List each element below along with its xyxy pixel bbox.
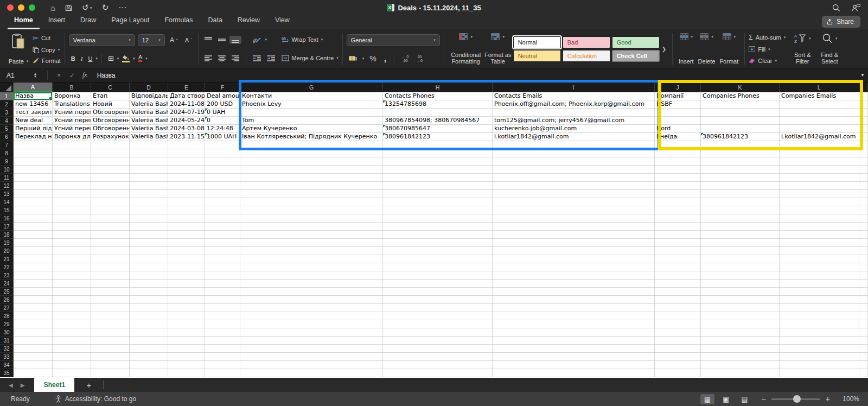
cell-L24[interactable]	[780, 280, 859, 288]
cell-A3[interactable]: тест закриття	[14, 109, 53, 117]
cell-B31[interactable]	[53, 337, 91, 345]
cell-C16[interactable]	[91, 214, 130, 223]
cell-A34[interactable]	[14, 361, 53, 369]
cell-G9[interactable]	[240, 157, 383, 166]
cell-A17[interactable]	[14, 223, 53, 231]
row-header-9[interactable]: 9	[0, 157, 14, 166]
cell-C23[interactable]	[91, 271, 130, 280]
cell-C17[interactable]	[91, 223, 130, 231]
cell-H14[interactable]	[383, 198, 493, 206]
save-icon[interactable]	[65, 4, 72, 11]
cell-K31[interactable]	[701, 337, 780, 345]
cell-G35[interactable]	[240, 369, 383, 377]
row-header-13[interactable]: 13	[0, 190, 14, 198]
cell-K5[interactable]	[701, 125, 780, 133]
cell-C35[interactable]	[91, 369, 130, 377]
cell-I25[interactable]	[493, 288, 655, 296]
cell-K23[interactable]	[701, 271, 780, 280]
cell-I27[interactable]	[493, 304, 655, 312]
row-header-12[interactable]: 12	[0, 182, 14, 190]
column-header-A[interactable]: A	[14, 83, 53, 92]
cell-L25[interactable]	[780, 288, 859, 296]
row-header-27[interactable]: 27	[0, 304, 14, 312]
cell-H4[interactable]: 380967854098; 380670984567	[383, 117, 493, 125]
cell-E33[interactable]	[168, 353, 205, 361]
cell-J10[interactable]	[655, 166, 701, 174]
cell-A10[interactable]	[14, 166, 53, 174]
cell-I30[interactable]	[493, 328, 655, 337]
cell-E26[interactable]	[168, 296, 205, 304]
cell-D35[interactable]	[130, 369, 168, 377]
cell-I14[interactable]	[493, 198, 655, 206]
cell-G22[interactable]	[240, 263, 383, 271]
cell-F12[interactable]	[205, 182, 240, 190]
cell-A26[interactable]	[14, 296, 53, 304]
maximize-window-button[interactable]	[29, 4, 35, 11]
cell-E17[interactable]	[168, 223, 205, 231]
cell-L26[interactable]	[780, 296, 859, 304]
cell-J6[interactable]: Енеїда	[655, 133, 701, 141]
cell-I12[interactable]	[493, 182, 655, 190]
cell-K26[interactable]	[701, 296, 780, 304]
expand-formula-bar-icon[interactable]: ▼	[860, 73, 865, 78]
cell-I28[interactable]	[493, 312, 655, 320]
cell-D20[interactable]	[130, 247, 168, 255]
cell-L27[interactable]	[780, 304, 859, 312]
align-left-button[interactable]	[202, 54, 214, 62]
search-icon[interactable]	[832, 4, 840, 12]
name-box[interactable]: A1	[0, 72, 34, 79]
cell-G33[interactable]	[240, 353, 383, 361]
cell-K3[interactable]	[701, 109, 780, 117]
cell-D24[interactable]	[130, 280, 168, 288]
style-check-cell[interactable]: Check Cell	[612, 50, 660, 62]
increase-decimal-button[interactable]: ←.0.00	[400, 54, 411, 64]
cell-D23[interactable]	[130, 271, 168, 280]
cell-D4[interactable]: Valeriia Bash	[130, 117, 168, 125]
cell-J27[interactable]	[655, 304, 701, 312]
cell-C5[interactable]: Обговорення	[91, 125, 130, 133]
cell-L8[interactable]	[780, 149, 859, 157]
cell-H22[interactable]	[383, 263, 493, 271]
cell-B11[interactable]	[53, 174, 91, 182]
cell-I24[interactable]	[493, 280, 655, 288]
cell-K7[interactable]	[701, 141, 780, 149]
cell-K18[interactable]	[701, 231, 780, 239]
cell-C28[interactable]	[91, 312, 130, 320]
cell-B21[interactable]	[53, 255, 91, 263]
cell-B17[interactable]	[53, 223, 91, 231]
cell-B5[interactable]: Усний переклад	[53, 125, 91, 133]
cell-F28[interactable]	[205, 312, 240, 320]
cell-D18[interactable]	[130, 231, 168, 239]
cell-J4[interactable]	[655, 117, 701, 125]
cell-H35[interactable]	[383, 369, 493, 377]
cell-F3[interactable]: 0 UAH	[205, 109, 240, 117]
cell-I26[interactable]	[493, 296, 655, 304]
row-header-6[interactable]: 6	[0, 133, 14, 141]
cell-D11[interactable]	[130, 174, 168, 182]
cell-J20[interactable]	[655, 247, 701, 255]
cell-G1[interactable]: Контакти	[240, 92, 383, 100]
column-header-C[interactable]: C	[91, 83, 130, 92]
tab-insert[interactable]: Insert	[42, 14, 72, 29]
cell-I29[interactable]	[493, 320, 655, 328]
style-good[interactable]: Good	[612, 36, 660, 48]
cell-E1[interactable]: Дата створення	[168, 92, 205, 100]
close-window-button[interactable]	[7, 4, 14, 11]
cell-H32[interactable]	[383, 345, 493, 353]
cell-E7[interactable]	[168, 141, 205, 149]
cell-J30[interactable]	[655, 328, 701, 337]
row-header-16[interactable]: 16	[0, 214, 14, 223]
cell-D16[interactable]	[130, 214, 168, 223]
cell-C2[interactable]: Новий	[91, 100, 130, 109]
cell-F27[interactable]	[205, 304, 240, 312]
zoom-out-button[interactable]: −	[762, 395, 766, 403]
cell-J24[interactable]	[655, 280, 701, 288]
cell-H21[interactable]	[383, 255, 493, 263]
style-bad[interactable]: Bad	[563, 36, 610, 48]
merge-centre-button[interactable]: Merge & Centre▾	[282, 55, 339, 61]
cell-E24[interactable]	[168, 280, 205, 288]
fill-button[interactable]: Fill▾	[749, 46, 786, 53]
cell-I7[interactable]	[493, 141, 655, 149]
window-controls[interactable]	[7, 4, 35, 11]
cell-L11[interactable]	[780, 174, 859, 182]
